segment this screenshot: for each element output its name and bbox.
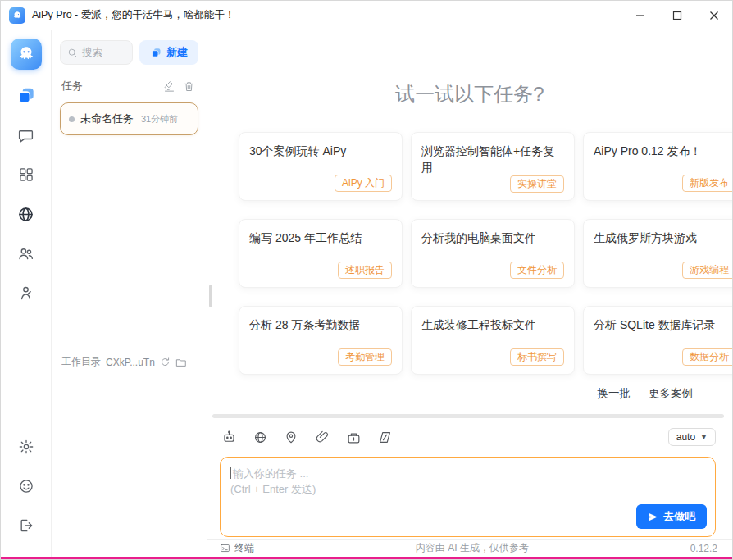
search-placeholder: 搜索: [82, 46, 102, 60]
minimize-button[interactable]: [621, 1, 658, 30]
app-window: AiPy Pro - 爱派，您的干活牛马，啥都能干！: [0, 0, 733, 560]
clear-tasks-icon[interactable]: [161, 78, 177, 94]
horizontal-scrollbar[interactable]: [212, 414, 724, 418]
settings-gear-icon[interactable]: [11, 432, 41, 462]
more-examples-link[interactable]: 更多案例: [649, 386, 693, 401]
chat-icon[interactable]: [11, 121, 41, 150]
globe-icon[interactable]: [11, 199, 41, 229]
attachment-icon[interactable]: [313, 428, 331, 446]
task-status-dot: [69, 116, 75, 122]
task-card[interactable]: 分析 28 万条考勤数据 考勤管理: [239, 306, 403, 375]
card-tag: 标书撰写: [510, 348, 564, 366]
task-card[interactable]: AiPy Pro 0.12 发布！ 新版发布: [583, 132, 732, 201]
app-version: 0.12.2: [690, 543, 717, 554]
task-card[interactable]: 生成装修工程投标文件 标书撰写: [411, 306, 575, 375]
extension-icon[interactable]: [344, 428, 362, 446]
workdir-label: 工作目录: [61, 355, 101, 369]
delete-tasks-icon[interactable]: [180, 78, 197, 94]
search-icon: [67, 48, 78, 58]
card-tag: 文件分析: [510, 262, 564, 279]
new-task-icon: [150, 47, 162, 59]
code-icon[interactable]: [376, 428, 394, 446]
task-card[interactable]: 分析 SQLite 数据库记录 数据分析: [583, 306, 732, 375]
chevron-down-icon: ▼: [700, 433, 708, 441]
assistant-icon[interactable]: [11, 278, 41, 307]
card-tag: 述职报告: [338, 262, 392, 279]
suggestions-heading: 试一试以下任务?: [207, 81, 732, 107]
icon-rail: [1, 30, 52, 557]
ai-disclaimer: 内容由 AI 生成，仅供参考: [254, 541, 690, 555]
apps-grid-icon[interactable]: [11, 160, 41, 189]
task-card[interactable]: 生成俄罗斯方块游戏 游戏编程: [583, 219, 732, 288]
workdir-value: CXkP...uTn: [106, 357, 155, 368]
composer: auto ▼ 输入你的任务 ... (Ctrl + Enter 发送) 去做吧: [207, 419, 732, 539]
refresh-workdir-icon[interactable]: [160, 357, 171, 367]
app-logo-icon: [9, 7, 25, 24]
window-title: AiPy Pro - 爱派，您的干活牛马，啥都能干！: [32, 8, 234, 22]
titlebar: AiPy Pro - 爱派，您的干活牛马，啥都能干！: [1, 1, 732, 30]
window-accent-bar: [1, 557, 732, 559]
refresh-examples-link[interactable]: 换一批: [598, 386, 631, 401]
logout-icon[interactable]: [11, 511, 41, 540]
input-placeholder: 输入你的任务 ... (Ctrl + Enter 发送): [230, 466, 705, 497]
card-tag: 考勤管理: [338, 348, 392, 366]
task-card[interactable]: 浏览器控制智能体+任务复用 实操讲堂: [411, 132, 575, 201]
send-icon: [648, 512, 658, 522]
aipy-logo-icon[interactable]: [11, 39, 42, 70]
submit-task-button[interactable]: 去做吧: [636, 504, 707, 529]
new-task-button[interactable]: 新建: [139, 40, 198, 65]
task-input[interactable]: 输入你的任务 ... (Ctrl + Enter 发送) 去做吧: [220, 457, 716, 537]
account-smiley-icon[interactable]: [11, 471, 41, 501]
sessions-icon[interactable]: [11, 81, 41, 111]
main-area: 试一试以下任务? 30个案例玩转 AiPy AiPy 入门 浏览器控制智能体+任…: [207, 30, 732, 557]
task-card[interactable]: 编写 2025 年工作总结 述职报告: [239, 219, 403, 288]
status-bar: 终端 内容由 AI 生成，仅供参考 0.12.2: [207, 539, 732, 557]
open-folder-icon[interactable]: [175, 357, 187, 368]
close-button[interactable]: [695, 1, 732, 30]
location-icon[interactable]: [282, 428, 300, 446]
mode-dropdown[interactable]: auto ▼: [668, 428, 716, 446]
terminal-icon: [220, 543, 230, 553]
text-cursor: [230, 467, 231, 479]
task-time: 31分钟前: [141, 113, 178, 125]
agent-icon[interactable]: [220, 428, 238, 446]
task-card[interactable]: 30个案例玩转 AiPy AiPy 入门: [239, 132, 403, 201]
workdir-row: 工作目录 CXkP...uTn: [61, 355, 187, 369]
card-tag: 实操讲堂: [510, 175, 564, 193]
maximize-button[interactable]: [658, 1, 695, 30]
task-card[interactable]: 分析我的电脑桌面文件 文件分析: [411, 219, 575, 288]
web-search-icon[interactable]: [251, 428, 269, 446]
tasks-label: 任务: [61, 79, 157, 93]
task-name: 未命名任务: [80, 112, 134, 126]
panel-resize-handle[interactable]: [209, 285, 212, 307]
card-tag: 数据分析: [682, 348, 732, 366]
tasks-panel: 搜索 新建 任务 未命名任务 31分钟前: [52, 30, 207, 557]
card-tag: AiPy 入门: [335, 175, 392, 192]
terminal-toggle[interactable]: 终端: [220, 541, 254, 555]
search-input[interactable]: 搜索: [60, 40, 133, 65]
card-tag: 游戏编程: [682, 262, 732, 279]
community-icon[interactable]: [11, 239, 41, 268]
card-tag: 新版发布: [682, 175, 732, 192]
task-list-item[interactable]: 未命名任务 31分钟前: [60, 102, 198, 135]
task-card-grid: 30个案例玩转 AiPy AiPy 入门 浏览器控制智能体+任务复用 实操讲堂 …: [207, 132, 732, 375]
